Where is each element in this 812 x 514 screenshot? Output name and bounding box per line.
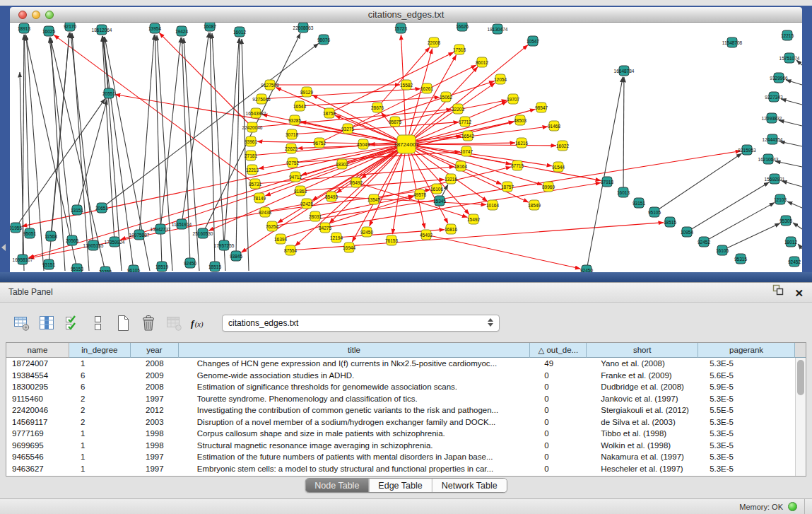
- tab-node-table[interactable]: Node Table: [305, 479, 368, 492]
- graph-edge[interactable]: [157, 35, 172, 271]
- graph-node-label: 98547: [535, 105, 548, 110]
- dropdown-arrows-icon: [488, 318, 493, 327]
- graph-node-label: 87918: [601, 180, 613, 185]
- table-options-icon[interactable]: [11, 314, 30, 333]
- graph-edge[interactable]: [265, 189, 430, 212]
- graph-edge[interactable]: [786, 80, 802, 85]
- graph-node-label: 18549: [528, 203, 541, 208]
- graph-edge[interactable]: [104, 37, 122, 271]
- table-selector-dropdown[interactable]: citations_edges.txt: [222, 315, 500, 332]
- column-header-out_degree[interactable]: △ out_de...: [530, 343, 587, 358]
- graph-edge[interactable]: [24, 35, 30, 233]
- graph-edge[interactable]: [587, 77, 623, 270]
- graph-edge[interactable]: [781, 99, 802, 105]
- graph-edge[interactable]: [775, 161, 802, 167]
- graph-edge[interactable]: [392, 144, 406, 234]
- row-stack-icon[interactable]: [88, 314, 107, 333]
- table-row[interactable]: 969969511998Structural magnetic resonanc…: [6, 440, 795, 452]
- table-row[interactable]: 977716911998Corpus callosum shape and si…: [6, 428, 795, 440]
- tab-edge-table[interactable]: Edge Table: [368, 479, 431, 492]
- table-row[interactable]: 2242004622012Investigating the contribut…: [6, 404, 795, 416]
- graph-edge[interactable]: [406, 144, 601, 180]
- column-header-title[interactable]: title: [179, 343, 531, 358]
- column-header-in_degree[interactable]: in_degree: [69, 343, 131, 358]
- graph-edge[interactable]: [300, 98, 440, 106]
- table-cell: Nakamura et al. (1997): [587, 451, 698, 463]
- table-cell: 0: [530, 463, 587, 475]
- graph-edge[interactable]: [102, 43, 319, 208]
- header-corner: [795, 343, 806, 358]
- graph-edge[interactable]: [257, 141, 406, 144]
- column-header-short[interactable]: short: [587, 343, 698, 358]
- graph-edge[interactable]: [182, 33, 209, 224]
- graph-edge[interactable]: [426, 235, 580, 269]
- graph-node-label: 9227343: [765, 95, 783, 100]
- graph-node-label: 76254: [266, 224, 278, 229]
- show-columns-icon[interactable]: [37, 314, 56, 333]
- graph-edge[interactable]: [49, 33, 69, 264]
- table-scrollbar[interactable]: [795, 358, 806, 476]
- graph-node-label: 95051: [23, 231, 36, 236]
- float-panel-icon[interactable]: [772, 284, 784, 303]
- graph-node-label: 18515: [208, 264, 221, 269]
- graph-node-label: 93285: [288, 118, 301, 123]
- graph-edge[interactable]: [796, 60, 802, 65]
- graph-edge[interactable]: [406, 144, 425, 228]
- graph-edge[interactable]: [793, 223, 802, 229]
- graph-node-label: 16261: [420, 86, 433, 91]
- collapse-panel-arrow-icon[interactable]: [1, 244, 6, 251]
- graph-edge[interactable]: [782, 181, 802, 187]
- zoom-window-button[interactable]: [45, 11, 54, 19]
- graph-edge[interactable]: [139, 35, 154, 235]
- table-cell: 0: [530, 416, 587, 428]
- delete-column-icon[interactable]: [139, 314, 158, 333]
- minimize-window-button[interactable]: [32, 11, 40, 19]
- scrollbar-thumb[interactable]: [797, 360, 804, 395]
- graph-node-label: 13151: [71, 208, 83, 213]
- create-column-icon[interactable]: [113, 314, 132, 333]
- memory-status-indicator[interactable]: [788, 502, 797, 511]
- close-panel-icon[interactable]: ✕: [794, 288, 804, 298]
- graph-edge[interactable]: [406, 144, 552, 166]
- table-cell: Tourette syndrome. Phenomenology and cla…: [179, 393, 531, 405]
- graph-edge[interactable]: [329, 52, 454, 113]
- table-row[interactable]: 1938455462009Genome-wide association stu…: [6, 370, 795, 382]
- graph-edge[interactable]: [654, 153, 742, 212]
- graph-node-label: 98076: [317, 37, 330, 42]
- graph-node-label: 11548708: [722, 40, 743, 45]
- graph-edge[interactable]: [787, 201, 802, 208]
- table-row[interactable]: 1456911722003Disruption of a novel membe…: [6, 416, 795, 428]
- graph-edge[interactable]: [779, 141, 802, 146]
- table-row[interactable]: 946362711997Embryonic stem cells: a mode…: [6, 463, 795, 475]
- graph-edge[interactable]: [704, 202, 775, 242]
- graph-node-label: 45049: [357, 142, 370, 147]
- close-window-button[interactable]: [18, 11, 27, 19]
- network-window-titlebar[interactable]: citations_edges.txt: [10, 7, 802, 23]
- graph-edge[interactable]: [352, 144, 406, 242]
- network-canvas[interactable]: 1891316025921701861206413954194241608716…: [10, 23, 802, 272]
- column-header-year[interactable]: year: [131, 343, 179, 358]
- table-row[interactable]: 911546021997Tourette syndrome. Phenomeno…: [6, 393, 795, 405]
- graph-edge[interactable]: [722, 223, 780, 250]
- table-row[interactable]: 1872400712008Changes of HCN gene express…: [6, 358, 795, 370]
- table-row[interactable]: 1830029562008Estimation of significance …: [6, 381, 795, 393]
- graph-edge[interactable]: [325, 182, 601, 228]
- graph-edge[interactable]: [687, 182, 769, 232]
- column-header-name[interactable]: name: [6, 343, 69, 358]
- table-row[interactable]: 946554611997Estimation of the future num…: [6, 451, 795, 463]
- graph-edge[interactable]: [623, 77, 624, 192]
- table-cell: 2003: [131, 416, 179, 428]
- table-cell: 9699695: [6, 440, 69, 452]
- graph-edge[interactable]: [798, 244, 802, 249]
- select-columns-icon[interactable]: [62, 314, 81, 333]
- function-builder-icon[interactable]: f (x): [189, 314, 208, 333]
- graph-edge[interactable]: [16, 98, 105, 228]
- graph-edge[interactable]: [77, 100, 107, 210]
- table-cell: 1997: [131, 451, 179, 463]
- graph-edge[interactable]: [406, 144, 556, 146]
- column-header-pagerank[interactable]: pagerank: [698, 343, 795, 358]
- tab-network-table[interactable]: Network Table: [432, 479, 507, 492]
- graph-edge[interactable]: [779, 120, 802, 126]
- graph-node-label: 22008: [428, 40, 440, 45]
- graph-edge[interactable]: [261, 89, 420, 99]
